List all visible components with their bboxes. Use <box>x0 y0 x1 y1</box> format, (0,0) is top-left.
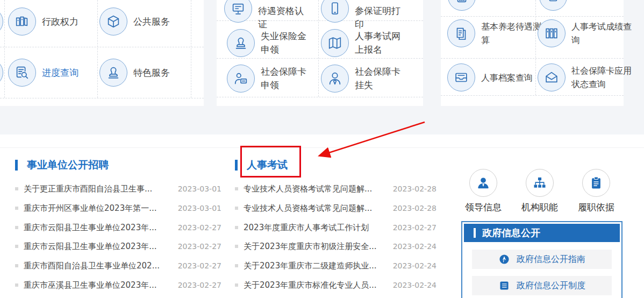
cut-document-icon <box>539 0 567 11</box>
gov-info-panel: 政府信息公开 政府信息公开指南 政府信息公开制度 <box>461 221 622 298</box>
service-item-canbaozhengming[interactable]: 参保证明打印 <box>321 0 406 31</box>
news-item-date: 2023-02-24 <box>393 261 437 270</box>
news-item-title: 专业技术人员资格考试常见问题解... <box>244 203 372 214</box>
recruitment-header: 事业单位公开招聘 <box>15 158 109 172</box>
news-item-title: 2023年度重庆市人事考试工作计划 <box>244 223 369 233</box>
service-item-shebaoka-shenling[interactable]: 社会保障卡申领 <box>227 65 312 93</box>
header-bar <box>15 160 18 171</box>
news-item[interactable]: 专业技术人员资格考试常见问题解... 2023-02-28 <box>235 202 437 214</box>
news-item-title: 重庆市巫溪县卫生事业单位2023年... <box>24 280 156 290</box>
news-item-date: 2023-03-01 <box>178 204 221 212</box>
cut-calculator-icon <box>448 0 476 11</box>
service-item-shiyebaoxianjin[interactable]: 失业保险金申领 <box>227 29 312 57</box>
news-item-title: 重庆市开州区事业单位2023年第一... <box>24 203 156 214</box>
service-item-shebaoka-guashi[interactable]: 社会保障卡挂失 <box>321 65 406 93</box>
header-bar <box>235 160 238 171</box>
news-item[interactable]: 关于2023年重庆市标准化专业人员... 2023-02-24 <box>235 279 437 291</box>
quick-link-jigouzhineng[interactable]: 机构职能 <box>513 169 567 214</box>
bullet-icon <box>15 264 18 267</box>
service-label: 行政权力 <box>42 15 78 29</box>
books-shelf-icon <box>538 19 566 47</box>
service-label: 社会保障卡申领 <box>261 65 312 92</box>
bullet-icon <box>15 245 18 248</box>
service-card-right: 基本养老待遇测算 人事考试成绩查询 人事档案查询 社会保 <box>441 0 624 106</box>
service-item-tesefuwu[interactable]: 特色服务 <box>99 59 170 87</box>
bullet-icon <box>235 226 238 229</box>
service-item-gonggongfuwu[interactable]: 公共服务 <box>99 8 170 36</box>
stamp-icon <box>99 59 127 87</box>
service-label: 公共服务 <box>133 15 170 29</box>
news-item-date: 2023-02-28 <box>393 204 437 212</box>
divider <box>4 0 5 98</box>
bullet-icon <box>235 187 238 190</box>
news-item[interactable]: 关于更正重庆市酉阳自治县卫生事... 2023-03-01 <box>15 183 221 195</box>
portal-page: 行政权力 公共服务 进度查询 <box>0 0 644 298</box>
service-label: 人事档案查询 <box>481 71 543 84</box>
news-item-date: 2023-02-24 <box>393 242 437 251</box>
news-item-title: 重庆市云阳县卫生事业单位2023年... <box>24 223 156 233</box>
gov-info-panel-header: 政府信息公开 <box>464 224 620 242</box>
news-item[interactable]: 重庆市巫溪县卫生事业单位2023年... 2023-02-27 <box>15 279 221 291</box>
news-item-title: 重庆市酉阳自治县卫生事业单位202... <box>24 261 160 271</box>
service-item-dangan-chaxun[interactable]: 人事档案查询 <box>447 63 543 91</box>
news-item[interactable]: 关于2023年度重庆市初级注册安全... 2023-02-24 <box>235 240 437 252</box>
person-card-icon <box>227 65 255 93</box>
seal-icon <box>227 29 255 57</box>
service-item-renshikaoshibaoming[interactable]: 人事考试网上报名 <box>321 29 406 57</box>
divider <box>441 95 624 96</box>
bullet-icon <box>15 226 18 229</box>
news-item[interactable]: 重庆市开州区事业单位2023年第一... 2023-03-01 <box>15 202 221 214</box>
divider <box>441 58 624 59</box>
bullet-icon <box>15 187 18 190</box>
news-item-title: 专业技术人员资格考试常见问题解... <box>244 184 372 194</box>
quick-link-label: 机构职能 <box>513 201 567 214</box>
news-item[interactable]: 专业技术人员资格考试常见问题解... 2023-02-28 <box>235 183 437 195</box>
news-item[interactable]: 重庆市酉阳自治县卫生事业单位202... 2023-02-27 <box>15 260 221 272</box>
service-card-left: 行政权力 公共服务 进度查询 <box>0 0 204 106</box>
divider <box>217 58 423 59</box>
service-item-daiyuzige[interactable]: 待遇资格认证 <box>224 0 310 31</box>
id-badge-icon <box>224 0 252 23</box>
service-label: 社会保障卡挂失 <box>355 65 406 92</box>
news-item[interactable]: 重庆市云阳县卫生事业单位2023年... 2023-02-27 <box>15 240 221 252</box>
gov-info-rules-link[interactable]: 政府信息公开制度 <box>472 276 612 295</box>
quick-link-label: 领导信息 <box>456 201 510 214</box>
news-item-date: 2023-02-27 <box>393 223 437 232</box>
service-label: 人事考试成绩查询 <box>571 20 634 47</box>
service-card-middle: 待遇资格认证 参保证明打印 失业保险金申领 人事考试网上 <box>217 0 423 106</box>
person-tie-icon <box>321 65 349 93</box>
bullet-icon <box>15 283 18 287</box>
news-item[interactable]: 关于2023年重庆市二级建造师执业... 2023-02-24 <box>235 260 437 272</box>
bullet-icon <box>235 264 238 267</box>
news-item-title: 关于2023年重庆市二级建造师执业... <box>244 261 376 271</box>
exam-title: 人事考试 <box>247 158 288 172</box>
news-item-date: 2023-02-28 <box>393 185 437 193</box>
service-item-xingzhengquanli[interactable]: 行政权力 <box>8 8 78 36</box>
gov-info-guide-link[interactable]: 政府信息公开指南 <box>472 250 612 269</box>
service-label: 人事考试网上报名 <box>355 30 406 56</box>
phone-icon <box>321 0 349 23</box>
service-item-shebaoka-zhuangtai[interactable]: 社会保障卡应用状态查询 <box>538 63 634 91</box>
news-item[interactable]: 重庆市云阳县卫生事业单位2023年... 2023-02-27 <box>15 222 221 233</box>
service-item-yanglaoceshuan[interactable]: 基本养老待遇测算 <box>447 19 543 47</box>
books-icon <box>8 8 36 36</box>
map-icon <box>321 29 349 57</box>
service-item-jinduchaxun[interactable]: 进度查询 <box>8 59 78 87</box>
gov-info-link-label: 政府信息公开指南 <box>517 254 585 265</box>
service-item-kaoshichengji[interactable]: 人事考试成绩查询 <box>538 19 634 47</box>
document-search-icon <box>8 59 36 87</box>
quick-link-lvzhiyiju[interactable]: 履职依据 <box>569 169 623 214</box>
news-item[interactable]: 2023年度重庆市人事考试工作计划 2023-02-27 <box>235 222 437 233</box>
cut-service-icon <box>0 59 3 87</box>
news-item-date: 2023-03-01 <box>178 185 221 193</box>
service-label: 待遇资格认证 <box>258 4 310 31</box>
bullet-icon <box>235 207 238 210</box>
news-item-date: 2023-02-27 <box>178 242 221 251</box>
news-item-title: 关于更正重庆市酉阳自治县卫生事... <box>24 184 152 194</box>
quick-link-lingdaoxinxi[interactable]: 领导信息 <box>456 169 510 214</box>
cut-service-icon <box>0 8 3 36</box>
bullet-icon <box>235 245 238 248</box>
gov-info-panel-title: 政府信息公开 <box>482 226 540 239</box>
person-icon <box>469 169 497 197</box>
divider <box>0 147 644 148</box>
